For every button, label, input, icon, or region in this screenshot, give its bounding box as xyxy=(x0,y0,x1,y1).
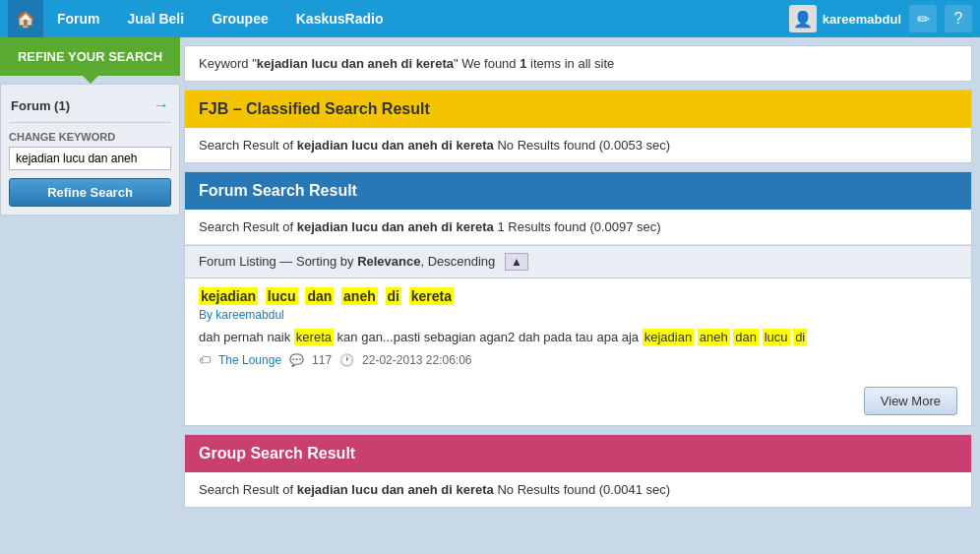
forum-result-title[interactable]: kejadian lucu dan aneh di kereta xyxy=(199,288,957,304)
fjb-keyword: kejadian lucu dan aneh di kereta xyxy=(297,138,494,153)
refine-your-search-button[interactable]: REFINE YOUR SEARCH xyxy=(0,37,180,76)
fjb-body-prefix: Search Result of xyxy=(199,138,297,153)
nav-item-groupee[interactable]: Groupee xyxy=(198,0,282,37)
change-keyword-label: CHANGE KEYWORD xyxy=(9,131,171,143)
nav-item-forum[interactable]: Forum xyxy=(43,0,114,37)
nav-items: Forum Jual Beli Groupee KaskusRadio xyxy=(43,0,789,37)
snippet-hl-di: di xyxy=(793,329,807,345)
view-more-row: View More xyxy=(185,377,971,425)
forum-filter-row: Forum (1) → xyxy=(9,92,171,123)
title-word-lucu: lucu xyxy=(266,287,298,305)
snippet-hl-kereta: kereta xyxy=(294,329,334,345)
search-header-rest: items in all site xyxy=(526,56,614,71)
keyword-input[interactable] xyxy=(9,147,171,170)
snippet-hl-lucu: lucu xyxy=(763,329,790,345)
forum-result-snippet: dah pernah naik kereta kan gan...pasti s… xyxy=(199,328,957,347)
title-word-kejadian: kejadian xyxy=(199,287,258,305)
search-header-suffix: " We found xyxy=(454,56,520,71)
group-body: Search Result of kejadian lucu dan aneh … xyxy=(185,472,971,507)
title-word-dan: dan xyxy=(305,287,334,305)
username: kareemabdul xyxy=(823,12,901,27)
user-info: 👤 kareemabdul xyxy=(789,5,901,32)
forum-result-author: By kareemabdul xyxy=(199,308,957,322)
title-word-di: di xyxy=(386,287,401,305)
forum-filter-label: Forum (1) xyxy=(11,98,70,113)
forum-filter-arrow[interactable]: → xyxy=(153,96,169,114)
top-nav: 🏠 Forum Jual Beli Groupee KaskusRadio 👤 … xyxy=(0,0,980,37)
search-header: Keyword "kejadian lucu dan aneh di keret… xyxy=(184,45,972,82)
snippet-hl-kejadian: kejadian xyxy=(643,329,694,345)
forum-listing-bar: Forum Listing — Sorting by Relevance, De… xyxy=(185,245,971,278)
home-icon[interactable]: 🏠 xyxy=(8,0,43,37)
nav-item-jualbeli[interactable]: Jual Beli xyxy=(114,0,199,37)
main-content: Keyword "kejadian lucu dan aneh di keret… xyxy=(180,37,980,553)
title-word-aneh: aneh xyxy=(341,287,378,305)
group-section: Group Search Result Search Result of kej… xyxy=(184,434,972,508)
group-body-suffix: No Results found (0.0041 sec) xyxy=(494,482,670,497)
fjb-body: Search Result of kejadian lucu dan aneh … xyxy=(185,128,971,162)
group-keyword: kejadian lucu dan aneh di kereta xyxy=(297,482,494,497)
fjb-body-suffix: No Results found (0.0053 sec) xyxy=(494,138,670,153)
search-keyword-highlight: kejadian lucu dan aneh di kereta xyxy=(257,56,454,71)
reply-count: 117 xyxy=(312,353,332,367)
view-more-button[interactable]: View More xyxy=(864,387,957,415)
sidebar: REFINE YOUR SEARCH Forum (1) → CHANGE KE… xyxy=(0,37,180,553)
sort-toggle[interactable]: ▲ xyxy=(505,253,528,271)
group-body-prefix: Search Result of xyxy=(199,482,297,497)
forum-result-meta: 🏷The Lounge 💬117 🕐22-02-2013 22:06:06 xyxy=(199,353,957,367)
forum-header: Forum Search Result xyxy=(185,172,971,210)
avatar: 👤 xyxy=(789,5,817,32)
group-header: Group Search Result xyxy=(185,435,971,472)
nav-item-kaskusradio[interactable]: KaskusRadio xyxy=(282,0,398,37)
search-header-prefix: Keyword " xyxy=(199,56,257,71)
snippet-hl-dan: dan xyxy=(733,329,759,345)
sidebar-inner: Forum (1) → CHANGE KEYWORD Refine Search xyxy=(0,84,180,215)
forum-body: Search Result of kejadian lucu dan aneh … xyxy=(185,210,971,245)
forum-body-suffix: 1 Results found (0.0097 sec) xyxy=(494,219,661,234)
edit-icon[interactable]: ✏ xyxy=(909,5,937,32)
page-body: REFINE YOUR SEARCH Forum (1) → CHANGE KE… xyxy=(0,37,980,553)
forum-keyword: kejadian lucu dan aneh di kereta xyxy=(297,219,494,234)
title-word-kereta: kereta xyxy=(409,287,454,305)
forum-result-item: kejadian lucu dan aneh di kereta By kare… xyxy=(185,278,971,377)
nav-right: 👤 kareemabdul ✏ ? xyxy=(789,5,972,32)
forum-section: Forum Search Result Search Result of kej… xyxy=(184,171,972,426)
snippet-hl-aneh: aneh xyxy=(698,329,730,345)
help-icon[interactable]: ? xyxy=(945,5,972,32)
author-name[interactable]: kareemabdul xyxy=(215,308,283,322)
post-date: 22-02-2013 22:06:06 xyxy=(362,353,471,367)
forum-tag[interactable]: The Lounge xyxy=(218,353,281,367)
forum-body-prefix: Search Result of xyxy=(199,219,297,234)
fjb-section: FJB – Classified Search Result Search Re… xyxy=(184,90,972,163)
fjb-header: FJB – Classified Search Result xyxy=(185,91,971,128)
refine-search-button[interactable]: Refine Search xyxy=(9,178,171,207)
